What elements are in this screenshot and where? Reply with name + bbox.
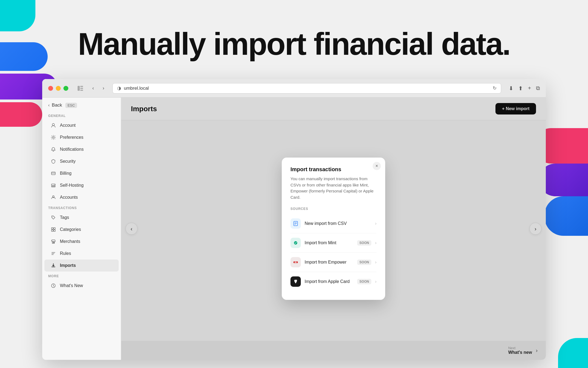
csv-icon: [290, 218, 301, 229]
svg-rect-18: [54, 242, 54, 243]
traffic-light-yellow[interactable]: [56, 86, 61, 91]
billing-label: Billing: [60, 171, 72, 176]
svg-rect-15: [51, 230, 53, 231]
nav-back-button[interactable]: ‹: [88, 84, 98, 93]
mint-icon: [290, 238, 301, 248]
apple-soon-badge: SOON: [357, 279, 371, 284]
categories-icon: [50, 227, 56, 233]
transactions-section-label: TRANSACTIONS: [42, 203, 121, 212]
source-item-apple[interactable]: Import from Apple Card SOON ›: [290, 272, 376, 291]
accounts-label: Accounts: [60, 195, 78, 200]
whats-new-label: What's New: [60, 283, 83, 288]
sidebar-item-categories[interactable]: Categories: [44, 224, 119, 236]
sidebar-item-self-hosting[interactable]: Self-Hosting: [44, 179, 119, 191]
svg-point-5: [53, 137, 54, 138]
source-item-empower[interactable]: Import from Empower SOON ›: [290, 253, 376, 272]
back-label: Back: [52, 102, 62, 108]
merchants-label: Merchants: [60, 239, 80, 244]
modal-dialog: × Import transactions You can manually i…: [282, 158, 385, 300]
empower-label: Import from Empower: [305, 260, 351, 265]
svg-point-10: [54, 185, 55, 185]
sidebar-item-rules[interactable]: Rules: [44, 248, 119, 260]
svg-rect-9: [51, 186, 55, 187]
url-bar-actions: ⬇ ⬆ + ⧉: [509, 85, 540, 92]
download-icon[interactable]: ⬇: [509, 85, 513, 92]
notifications-icon: [50, 146, 56, 152]
svg-point-11: [53, 196, 54, 197]
sidebar-item-security[interactable]: Security: [44, 155, 119, 167]
security-icon: [50, 158, 56, 164]
tabs-icon[interactable]: ⧉: [536, 85, 540, 92]
theme-icon: ◑: [117, 85, 121, 91]
svg-rect-14: [54, 228, 55, 229]
svg-rect-6: [51, 172, 55, 175]
apple-icon: [290, 276, 301, 287]
csv-chevron-icon: ›: [375, 221, 376, 226]
url-bar[interactable]: ◑ umbrel.local ↻: [112, 83, 501, 93]
sidebar-item-whats-new[interactable]: What's New: [44, 280, 119, 292]
tags-icon: [50, 215, 56, 221]
sidebar-item-imports[interactable]: Imports: [44, 260, 119, 272]
csv-label: New import from CSV: [305, 221, 371, 226]
svg-rect-17: [52, 242, 53, 243]
main-content: Imports + New import No imports to show …: [121, 98, 546, 360]
general-section-label: GENERAL: [42, 111, 121, 119]
sidebar-item-billing[interactable]: Billing: [44, 167, 119, 179]
notifications-label: Notifications: [60, 147, 84, 152]
headline: Manually import financial data.: [0, 26, 588, 62]
nav-arrows: ‹ ›: [88, 84, 108, 93]
modal-description: You can manually import transactions fro…: [290, 176, 376, 200]
imports-icon: [50, 263, 56, 269]
sidebar-item-merchants[interactable]: Merchants: [44, 236, 119, 248]
modal-overlay[interactable]: × Import transactions You can manually i…: [121, 98, 546, 360]
rules-label: Rules: [60, 251, 71, 256]
merchants-icon: [50, 239, 56, 245]
share-icon[interactable]: ⬆: [518, 85, 523, 92]
svg-point-12: [53, 217, 53, 217]
sidebar-back-button[interactable]: ‹ Back ESC: [42, 98, 121, 111]
imports-label: Imports: [60, 263, 76, 268]
sidebar-item-accounts[interactable]: Accounts: [44, 191, 119, 203]
categories-label: Categories: [60, 227, 81, 232]
sources-section-label: SOURCES: [290, 207, 376, 211]
empower-icon: [290, 257, 301, 267]
svg-rect-16: [54, 230, 55, 231]
sidebar: ‹ Back ESC GENERAL Account Preferences: [42, 98, 121, 360]
mint-label: Import from Mint: [305, 240, 351, 245]
sidebar-item-tags[interactable]: Tags: [44, 212, 119, 224]
traffic-light-red[interactable]: [48, 86, 53, 91]
accounts-icon: [50, 194, 56, 200]
sidebar-item-preferences[interactable]: Preferences: [44, 131, 119, 143]
nav-forward-button[interactable]: ›: [99, 84, 108, 93]
rules-icon: [50, 251, 56, 257]
browser-chrome: ‹ › ◑ umbrel.local ↻ ⬇ ⬆ + ⧉: [42, 79, 546, 98]
apple-chevron-icon: ›: [375, 279, 376, 284]
mint-chevron-icon: ›: [375, 240, 376, 245]
preferences-icon: [50, 134, 56, 140]
svg-rect-1: [80, 86, 83, 87]
sidebar-toggle-icon[interactable]: [76, 85, 84, 92]
account-label: Account: [60, 123, 76, 128]
source-item-mint[interactable]: Import from Mint SOON ›: [290, 233, 376, 253]
billing-icon: [50, 170, 56, 176]
mint-soon-badge: SOON: [357, 240, 371, 246]
sidebar-item-notifications[interactable]: Notifications: [44, 143, 119, 155]
sidebar-item-account[interactable]: Account: [44, 119, 119, 131]
blob-blue-right: [544, 196, 588, 236]
browser-content: ‹ Back ESC GENERAL Account Preferences: [42, 98, 546, 360]
traffic-lights: [48, 86, 68, 91]
source-item-csv[interactable]: New import from CSV ›: [290, 214, 376, 233]
blob-cyan-right: [558, 338, 588, 368]
browser-window: ‹ › ◑ umbrel.local ↻ ⬇ ⬆ + ⧉ ‹ Back ESC …: [42, 79, 546, 360]
blob-pink: [0, 102, 42, 127]
self-hosting-label: Self-Hosting: [60, 183, 84, 188]
refresh-icon[interactable]: ↻: [493, 85, 497, 91]
svg-rect-2: [80, 88, 83, 89]
modal-close-button[interactable]: ×: [373, 162, 381, 170]
apple-label: Import from Apple Card: [305, 279, 351, 284]
back-arrow-icon: ‹: [48, 103, 50, 108]
new-tab-icon[interactable]: +: [528, 85, 531, 92]
svg-rect-0: [78, 86, 80, 91]
traffic-light-green[interactable]: [63, 86, 68, 91]
tags-label: Tags: [60, 215, 69, 220]
